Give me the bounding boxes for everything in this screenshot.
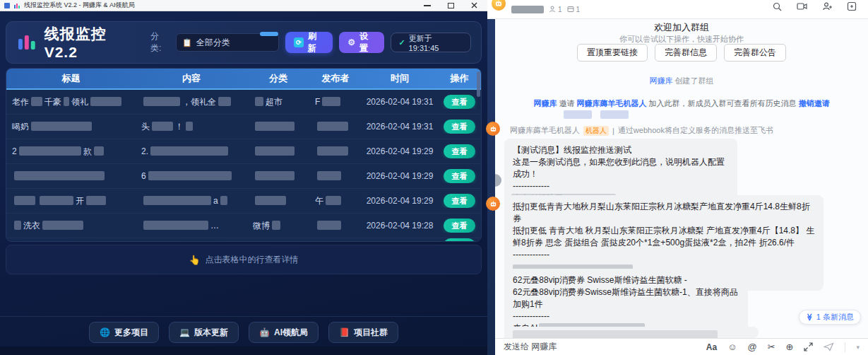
new-messages-badge[interactable]: ≫ 1 条新消息 — [799, 310, 861, 325]
select-indicator — [260, 32, 278, 36]
mention-icon[interactable]: @ — [747, 342, 756, 352]
invite-line: 网赚库 邀请 网赚库薅羊毛机器人 加入此群，新成员入群可查看所有历史消息 撤销邀… — [495, 98, 868, 109]
version-update-button[interactable]: 💻版本更新 — [169, 322, 239, 343]
gear-icon: ⚙ — [347, 37, 355, 47]
table-row[interactable]: 开 a 午 2026-02-04 19:29 查看 — [6, 189, 481, 214]
minimize-button[interactable] — [424, 5, 431, 6]
row-time: 2026-02-04 19:29 — [362, 146, 438, 156]
add-member-icon[interactable] — [822, 1, 833, 11]
settings-button[interactable]: ⚙ 设置 — [339, 32, 384, 53]
chat-header: 1 1 — [487, 0, 868, 19]
table-row[interactable]: 6 2026-02-04 19:29 查看 — [6, 164, 481, 189]
community-button[interactable]: 📕项目社群 — [328, 322, 398, 343]
category-select[interactable]: 📋 全部分类 — [176, 33, 279, 52]
bot-link[interactable]: 网赚库薅羊毛机器人 — [577, 99, 647, 107]
last-updated-badge: ✓ 更新于 19:31:45 — [391, 33, 471, 52]
category-value: 全部分类 — [196, 37, 230, 49]
attach-icon[interactable]: ⊕ — [786, 342, 794, 352]
view-button[interactable]: 查看 — [444, 95, 475, 109]
ai-bureau-button[interactable]: 🤖AI领航局 — [249, 322, 319, 343]
redacted-block — [600, 110, 629, 119]
refresh-button[interactable]: ⟳ 刷新 — [285, 32, 333, 53]
creator-link[interactable]: 网赚库 — [649, 76, 672, 85]
window-title: 线报监控系统 V2.2 - 网赚库 & AI领航局 — [24, 1, 135, 10]
redacted-block — [513, 330, 718, 338]
clipboard-icon: 📋 — [182, 38, 192, 47]
bottom-strip — [0, 347, 487, 355]
welcome-title: 欢迎加入群组 — [495, 21, 868, 34]
toolbar-divider — [845, 342, 845, 352]
bot-avatar[interactable] — [486, 122, 500, 136]
column-header-action: 操作 — [438, 69, 481, 88]
footer-buttons: 🌐更多项目 💻版本更新 🤖AI领航局 📕项目社群 — [0, 322, 487, 343]
column-header-time: 时间 — [362, 69, 438, 88]
view-button[interactable]: 查看 — [444, 144, 475, 158]
video-call-icon[interactable] — [797, 1, 808, 11]
send-options-caret[interactable]: ▾ — [856, 344, 860, 351]
table-row[interactable]: 2款 2. 2026-02-04 19:29 查看 — [6, 139, 481, 164]
check-icon: ✓ — [398, 38, 405, 47]
chat-window: 1 1 欢迎加入群组 你可以尝试以下操作，快速开始协作 置顶重要链接 完善群信息… — [487, 0, 868, 355]
table-scrollbar-thumb[interactable] — [477, 71, 480, 97]
search-icon[interactable] — [772, 1, 783, 12]
view-button[interactable]: 查看 — [444, 194, 475, 208]
group-avatar[interactable] — [490, 0, 507, 12]
column-header-content: 内容 — [136, 69, 247, 88]
revoke-invite-link[interactable]: 撤销邀请 — [799, 99, 830, 107]
group-name-redacted — [511, 6, 544, 13]
view-button[interactable]: 查看 — [444, 169, 475, 183]
view-button[interactable]: 查看 — [444, 219, 475, 233]
pinned-count[interactable]: 1 — [567, 6, 581, 13]
more-settings-icon[interactable] — [847, 1, 857, 11]
column-header-publisher: 发布者 — [309, 69, 362, 88]
complete-announcement-button[interactable]: 完善群公告 — [724, 44, 786, 62]
collapse-handle[interactable] — [495, 174, 501, 187]
table-row-partial[interactable]: 查看 — [6, 238, 481, 242]
chart-icon — [13, 2, 20, 9]
panel-icon — [567, 6, 574, 13]
message-bubble-partial[interactable] — [504, 327, 759, 338]
table-header-row: 标题 内容 分类 发布者 时间 操作 — [6, 69, 481, 90]
footer-divider — [0, 316, 487, 317]
robot-avatar-icon — [494, 0, 503, 8]
font-style-icon[interactable]: Aa — [706, 342, 717, 352]
book-icon: 📕 — [339, 327, 350, 337]
expand-icon[interactable] — [804, 342, 813, 351]
table-row[interactable]: 老作千豪领礼 ，领礼全 超市 F 2026-02-04 19:31 查看 — [6, 90, 481, 115]
inviter-link[interactable]: 网赚库 — [533, 99, 557, 107]
monitor-icon: 💻 — [179, 327, 190, 337]
monitor-window: 线报监控系统 V2.2 - 网赚库 & AI领航局 线报监控 V2.2 分类: … — [0, 0, 487, 355]
column-header-title: 标题 — [6, 69, 136, 88]
quick-actions: 置顶重要链接 完善群信息 完善群公告 — [495, 44, 868, 62]
pin-link-button[interactable]: 置顶重要链接 — [577, 44, 648, 62]
message-composer[interactable]: 发送给 网赚库 Aa ☺ @ ✂ ⊕ ▾ — [495, 338, 868, 355]
hint-text: 点击表格中的行查看详情 — [206, 254, 299, 266]
bot-name: 网赚库薅羊毛机器人 — [510, 125, 580, 136]
view-button[interactable]: 查看 — [444, 238, 475, 242]
table-hint: 👆 点击表格中的行查看详情 — [6, 245, 482, 274]
table-row[interactable]: 洗衣 … 微博 2026-02-04 19:28 查看 — [6, 214, 481, 238]
maximize-button[interactable] — [448, 3, 454, 8]
refresh-icon: ⟳ — [294, 37, 304, 47]
close-button[interactable] — [471, 2, 477, 8]
welcome-subtitle: 你可以尝试以下操作，快速开始协作 — [495, 34, 868, 45]
view-button[interactable]: 查看 — [444, 120, 475, 134]
bot-avatar[interactable] — [486, 197, 500, 211]
bot-sender-line: 网赚库薅羊毛机器人 机器人 | 通过webhook将自定义服务的消息推送至飞书 — [510, 125, 773, 136]
pointing-hand-icon: 👆 — [189, 255, 200, 265]
report-table: 标题 内容 分类 发布者 时间 操作 老作千豪领礼 ，领礼全 超市 F 2026… — [6, 68, 482, 242]
emoji-icon[interactable]: ☺ — [727, 342, 737, 352]
chat-sidebar-sliver — [487, 18, 495, 355]
window-titlebar: 线报监控系统 V2.2 - 网赚库 & AI领航局 — [0, 0, 487, 11]
row-time: 2026-02-04 19:31 — [362, 97, 438, 107]
screenshot-icon[interactable]: ✂ — [768, 342, 775, 352]
table-row[interactable]: 喝奶 头！ 2026-02-04 19:31 查看 — [6, 115, 481, 139]
send-icon[interactable] — [824, 342, 834, 351]
member-count[interactable]: 1 — [549, 6, 562, 13]
person-icon — [549, 6, 556, 13]
row-time: 2026-02-04 19:28 — [362, 221, 438, 231]
double-chevron-down-icon: ≫ — [806, 313, 814, 320]
complete-info-button[interactable]: 完善群信息 — [655, 44, 717, 62]
window-app-icon — [4, 3, 10, 8]
more-projects-button[interactable]: 🌐更多项目 — [89, 322, 159, 343]
